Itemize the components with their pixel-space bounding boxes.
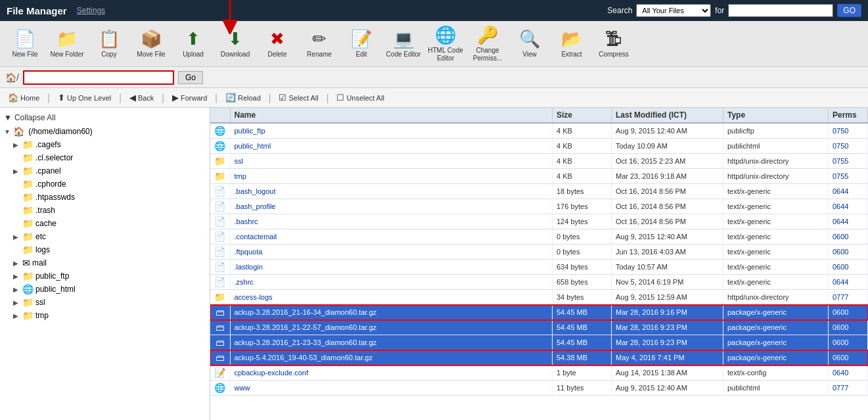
file-perms-cell[interactable]: 0777 bbox=[829, 290, 868, 305]
search-input[interactable] bbox=[728, 4, 833, 17]
file-name-cell[interactable]: .zshrc bbox=[230, 275, 553, 290]
file-name-cell[interactable]: public_html bbox=[230, 139, 553, 154]
file-name-link[interactable]: ssl bbox=[235, 157, 243, 165]
file-name-link[interactable]: .ftpquota bbox=[235, 248, 263, 256]
file-name-cell[interactable]: ssl bbox=[230, 154, 553, 169]
sidebar-item-logs[interactable]: 📁 logs bbox=[0, 243, 210, 256]
file-perms-cell[interactable]: 0600 bbox=[829, 245, 868, 260]
up-one-level-button[interactable]: ⬆ Up One Level bbox=[54, 91, 115, 104]
table-row[interactable]: 📄 .bashrc 124 bytes Oct 16, 2014 8:56 PM… bbox=[210, 214, 868, 229]
file-name-link[interactable]: www bbox=[235, 384, 250, 392]
file-name-cell[interactable]: ackup-5.4.2016_19-40-53_diamon60.tar.gz bbox=[230, 350, 553, 365]
file-name-link[interactable]: ackup-3.28.2016_21-16-34_diamon60.tar.gz bbox=[235, 308, 377, 316]
file-perms-cell[interactable]: 0600 bbox=[829, 260, 868, 275]
table-row[interactable]: 🌐 public_html 4 KB Today 10:09 AM public… bbox=[210, 139, 868, 154]
change-perms-button[interactable]: 🔑 Change Permiss... bbox=[468, 24, 507, 64]
file-perms-link[interactable]: 0600 bbox=[833, 248, 848, 256]
file-name-cell[interactable]: access-logs bbox=[230, 290, 553, 305]
table-row[interactable]: 🌐 www 11 bytes Aug 9, 2015 12:40 AM publ… bbox=[210, 381, 868, 396]
col-header-modified[interactable]: Last Modified (ICT) bbox=[612, 108, 723, 123]
file-perms-cell[interactable]: 0644 bbox=[829, 275, 868, 290]
file-name-link[interactable]: .bash_profile bbox=[235, 202, 276, 210]
file-name-cell[interactable]: .bash_logout bbox=[230, 184, 553, 199]
sidebar-item-public-ftp[interactable]: ▶ 📁 public_ftp bbox=[0, 269, 210, 283]
file-perms-link[interactable]: 0644 bbox=[833, 187, 848, 195]
table-row[interactable]: 📄 .contactemail 0 bytes Aug 9, 2015 12:4… bbox=[210, 229, 868, 245]
file-perms-link[interactable]: 0600 bbox=[833, 233, 848, 241]
back-button[interactable]: ◀ Back bbox=[126, 91, 158, 104]
upload-button[interactable]: ⬆ Upload bbox=[173, 24, 213, 64]
sidebar-item-tmp[interactable]: ▶ 📁 tmp bbox=[0, 309, 210, 322]
code-editor-button[interactable]: 💻 Code Editor bbox=[384, 24, 423, 64]
file-perms-cell[interactable]: 0600 bbox=[829, 335, 868, 350]
file-perms-cell[interactable]: 0750 bbox=[829, 123, 868, 139]
file-name-link[interactable]: .bash_logout bbox=[235, 187, 276, 195]
file-perms-link[interactable]: 0755 bbox=[833, 157, 848, 165]
sidebar-item-cpanel[interactable]: ▶ 📁 .cpanel bbox=[0, 164, 210, 177]
sidebar-item-trash[interactable]: 📁 .trash bbox=[0, 204, 210, 217]
file-perms-link[interactable]: 0600 bbox=[833, 323, 848, 331]
path-go-button[interactable]: Go bbox=[178, 71, 203, 84]
file-name-link[interactable]: .bashrc bbox=[235, 218, 258, 225]
file-name-cell[interactable]: tmp bbox=[230, 169, 553, 184]
file-name-cell[interactable]: ackup-3.28.2016_21-22-57_diamon60.tar.gz bbox=[230, 320, 553, 335]
rename-button[interactable]: ✏ Rename bbox=[300, 24, 339, 64]
file-perms-cell[interactable]: 0640 bbox=[829, 365, 868, 381]
file-perms-link[interactable]: 0600 bbox=[833, 308, 848, 316]
file-name-link[interactable]: .zshrc bbox=[235, 278, 254, 286]
col-header-type[interactable]: Type bbox=[723, 108, 829, 123]
file-perms-link[interactable]: 0600 bbox=[833, 263, 848, 271]
file-perms-link[interactable]: 0640 bbox=[833, 369, 848, 377]
file-perms-link[interactable]: 0644 bbox=[833, 202, 848, 210]
file-name-link[interactable]: public_html bbox=[235, 142, 271, 150]
file-perms-cell[interactable]: 0750 bbox=[829, 139, 868, 154]
html-editor-button[interactable]: 🌐 HTML Code Editor bbox=[426, 24, 465, 64]
file-perms-link[interactable]: 0600 bbox=[833, 354, 848, 362]
file-perms-cell[interactable]: 0755 bbox=[829, 169, 868, 184]
col-header-size[interactable]: Size bbox=[553, 108, 612, 123]
download-button[interactable]: ⬇ Download bbox=[216, 24, 255, 64]
sidebar-item-etc[interactable]: ▶ 📁 etc bbox=[0, 230, 210, 243]
file-name-link[interactable]: .contactemail bbox=[235, 233, 277, 241]
table-row[interactable]: 📄 .bash_profile 176 bytes Oct 16, 2014 8… bbox=[210, 199, 868, 214]
table-row[interactable]: 📝 cpbackup-exclude.conf 1 byte Aug 14, 2… bbox=[210, 365, 868, 381]
move-file-button[interactable]: 📦 Move File bbox=[131, 24, 171, 64]
col-header-name[interactable]: Name bbox=[230, 108, 553, 123]
table-row[interactable]: 🗃 ackup-5.4.2016_19-40-53_diamon60.tar.g… bbox=[210, 350, 868, 365]
file-perms-link[interactable]: 0750 bbox=[833, 127, 848, 135]
sidebar-item-ssl[interactable]: ▶ 📁 ssl bbox=[0, 296, 210, 309]
file-perms-link[interactable]: 0600 bbox=[833, 338, 848, 346]
sidebar-item-mail[interactable]: ▶ ✉ mail bbox=[0, 256, 210, 269]
file-name-cell[interactable]: ackup-3.28.2016_21-16-34_diamon60.tar.gz bbox=[230, 305, 553, 320]
file-perms-cell[interactable]: 0777 bbox=[829, 381, 868, 396]
file-name-cell[interactable]: www bbox=[230, 381, 553, 396]
file-perms-link[interactable]: 0750 bbox=[833, 142, 848, 150]
file-name-cell[interactable]: ackup-3.28.2016_21-23-33_diamon60.tar.gz bbox=[230, 335, 553, 350]
collapse-all-button[interactable]: ▼ Collapse All bbox=[0, 110, 210, 125]
extract-button[interactable]: 📂 Extract bbox=[552, 24, 591, 64]
file-perms-cell[interactable]: 0600 bbox=[829, 350, 868, 365]
file-perms-cell[interactable]: 0600 bbox=[829, 305, 868, 320]
file-name-link[interactable]: ackup-3.28.2016_21-23-33_diamon60.tar.gz bbox=[235, 338, 377, 346]
file-perms-link[interactable]: 0644 bbox=[833, 218, 848, 225]
home-button[interactable]: 🏠 Home bbox=[4, 91, 43, 104]
table-row[interactable]: 📁 tmp 4 KB Mar 23, 2016 9:18 AM httpd/un… bbox=[210, 169, 868, 184]
file-perms-cell[interactable]: 0644 bbox=[829, 184, 868, 199]
copy-button[interactable]: 📋 Copy bbox=[89, 24, 129, 64]
select-all-button[interactable]: ☑ Select All bbox=[275, 91, 322, 104]
table-row[interactable]: 🗃 ackup-3.28.2016_21-16-34_diamon60.tar.… bbox=[210, 305, 868, 320]
sidebar-item-public-html[interactable]: ▶ 🌐 public_html bbox=[0, 283, 210, 296]
file-perms-link[interactable]: 0755 bbox=[833, 172, 848, 180]
file-name-link[interactable]: access-logs bbox=[235, 293, 273, 301]
file-perms-cell[interactable]: 0755 bbox=[829, 154, 868, 169]
view-button[interactable]: 🔍 View bbox=[510, 24, 549, 64]
table-row[interactable]: 🗃 ackup-3.28.2016_21-23-33_diamon60.tar.… bbox=[210, 335, 868, 350]
sidebar-item-cagefs[interactable]: ▶ 📁 .cagefs bbox=[0, 138, 210, 151]
file-perms-link[interactable]: 0644 bbox=[833, 278, 848, 286]
file-name-cell[interactable]: cpbackup-exclude.conf bbox=[230, 365, 553, 381]
path-input[interactable] bbox=[23, 70, 174, 85]
new-file-button[interactable]: 📄 New File bbox=[5, 24, 45, 64]
file-name-link[interactable]: public_ftp bbox=[235, 127, 265, 135]
table-row[interactable]: 📁 access-logs 34 bytes Aug 9, 2015 12:59… bbox=[210, 290, 868, 305]
col-header-perms[interactable]: Perms bbox=[829, 108, 868, 123]
